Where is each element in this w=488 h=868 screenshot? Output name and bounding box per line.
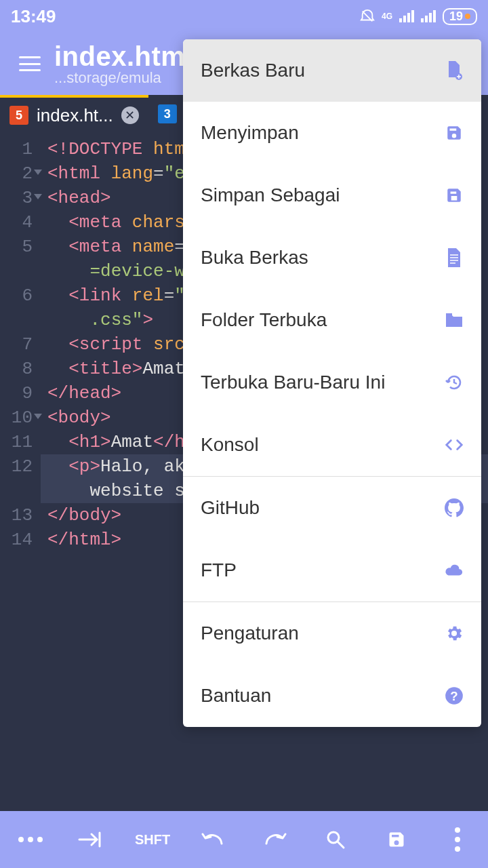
help-icon: ? (445, 686, 464, 705)
file-path: ...storage/emula (54, 69, 185, 87)
menu-item-github[interactable]: GitHub (183, 477, 481, 539)
main-dropdown-menu: Berkas BaruMenyimpanSimpan SebagaiBuka B… (183, 39, 481, 727)
status-time: 13:49 (11, 6, 360, 27)
menu-item-label: Menyimpan (201, 122, 299, 144)
folder-icon (445, 311, 464, 330)
undo-icon (201, 831, 226, 848)
css3-icon: 3 (158, 104, 177, 123)
line-gutter: 1234567891011121314 (0, 133, 41, 811)
svg-rect-4 (446, 313, 452, 316)
save-as-icon (445, 186, 464, 205)
title-block: index.htm ...storage/emula (54, 41, 185, 87)
menu-item-gear[interactable]: Pengaturan (183, 602, 481, 665)
tab-arrow-icon (78, 829, 105, 850)
bottom-toolbar: SHFT (0, 811, 488, 868)
menu-item-label: Berkas Baru (201, 60, 305, 81)
menu-item-label: Bantuan (201, 685, 271, 707)
search-icon (325, 829, 346, 850)
tab-indent-button[interactable] (71, 819, 112, 860)
tab-css[interactable]: 3 (148, 95, 186, 133)
dots-vertical-icon (455, 827, 460, 852)
menu-item-label: GitHub (201, 497, 260, 519)
redo-icon (262, 831, 287, 848)
battery-indicator: 19 (443, 8, 477, 25)
more-button[interactable] (10, 819, 51, 860)
redo-button[interactable] (254, 819, 295, 860)
save-icon (387, 830, 406, 849)
svg-text:?: ? (450, 689, 458, 703)
dots-horizontal-icon (18, 837, 43, 842)
search-button[interactable] (315, 819, 356, 860)
menu-item-label: FTP (201, 559, 237, 581)
shift-button[interactable]: SHFT (132, 819, 173, 860)
menu-item-file-new[interactable]: Berkas Baru (183, 39, 481, 102)
signal-icon-2 (421, 10, 436, 22)
gear-icon (445, 624, 464, 643)
history-icon (445, 373, 464, 392)
github-icon (445, 498, 464, 517)
menu-item-label: Pengaturan (201, 623, 299, 644)
tab-close-button[interactable]: ✕ (121, 106, 139, 124)
cloud-icon (445, 561, 464, 580)
menu-item-label: Folder Terbuka (201, 309, 327, 331)
menu-item-label: Konsol (201, 434, 259, 456)
status-bar: 13:49 4G 19 (0, 0, 488, 33)
status-icons: 4G 19 (360, 8, 477, 25)
menu-item-label: Buka Berkas (201, 247, 308, 269)
code-icon (445, 435, 464, 454)
html5-icon: 5 (9, 106, 28, 125)
save-icon (445, 123, 464, 142)
hamburger-icon (19, 56, 41, 71)
menu-item-label: Terbuka Baru-Baru Ini (201, 372, 385, 393)
file-new-icon (445, 61, 464, 80)
menu-item-cloud[interactable]: FTP (183, 539, 481, 601)
tab-label: index.ht... (37, 105, 113, 126)
overflow-button[interactable] (437, 819, 478, 860)
tab-index-html[interactable]: 5 index.ht... ✕ (0, 95, 148, 133)
svg-line-2 (338, 842, 344, 848)
menu-item-history[interactable]: Terbuka Baru-Baru Ini (183, 351, 481, 414)
menu-item-code[interactable]: Konsol (183, 414, 481, 476)
signal-icon (399, 10, 414, 22)
menu-item-save[interactable]: Menyimpan (183, 102, 481, 164)
file-title: index.htm (54, 41, 185, 72)
menu-item-folder[interactable]: Folder Terbuka (183, 289, 481, 351)
save-button[interactable] (376, 819, 417, 860)
network-label: 4G (382, 12, 392, 21)
undo-button[interactable] (193, 819, 234, 860)
mute-icon (360, 9, 375, 24)
menu-item-document[interactable]: Buka Berkas (183, 226, 481, 289)
menu-button[interactable] (11, 45, 49, 83)
document-icon (445, 248, 464, 267)
menu-item-label: Simpan Sebagai (201, 184, 340, 206)
menu-item-help[interactable]: Bantuan? (183, 665, 481, 727)
menu-item-save-as[interactable]: Simpan Sebagai (183, 164, 481, 226)
